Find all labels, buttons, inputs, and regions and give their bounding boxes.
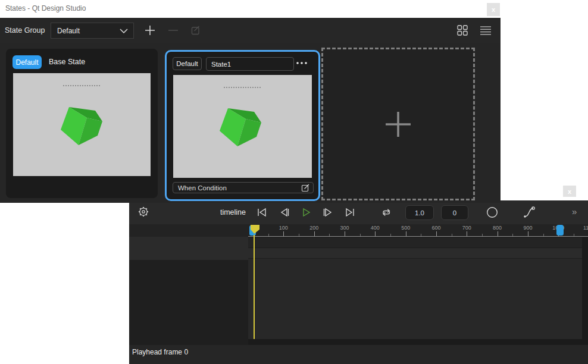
step-back-icon bbox=[278, 206, 291, 219]
scene-caption bbox=[224, 87, 262, 88]
add-state-slot[interactable] bbox=[321, 48, 475, 200]
when-condition-field[interactable]: When Condition bbox=[173, 182, 314, 193]
ruler-tick-label: 100 bbox=[279, 225, 288, 231]
thumbnail-view-button[interactable] bbox=[456, 24, 468, 36]
timeline-section-row[interactable] bbox=[129, 237, 248, 260]
ruler-tick bbox=[436, 231, 437, 236]
window-title: States - Qt Design Studio bbox=[5, 4, 86, 12]
grid-view-icon bbox=[456, 24, 468, 36]
track-row bbox=[248, 237, 582, 248]
edit-condition-icon[interactable] bbox=[301, 183, 310, 192]
ruler-tick-label: 400 bbox=[371, 225, 380, 231]
ruler-tick bbox=[268, 234, 269, 236]
state-group-dropdown-value: Default bbox=[57, 27, 120, 35]
timeline-end-marker[interactable] bbox=[556, 225, 564, 236]
ruler-tick bbox=[345, 231, 345, 236]
timeline-settings-button[interactable] bbox=[137, 205, 150, 218]
ruler-tick bbox=[329, 234, 330, 236]
easing-curve-icon bbox=[522, 205, 536, 219]
auto-key-record-button[interactable] bbox=[486, 206, 499, 219]
vertical-scrollbar[interactable] bbox=[582, 237, 588, 339]
ruler-tick bbox=[375, 231, 376, 236]
plus-icon bbox=[144, 24, 156, 36]
next-frame-button[interactable] bbox=[321, 206, 334, 219]
ruler-tick bbox=[283, 231, 284, 236]
list-view-button[interactable] bbox=[480, 24, 492, 36]
rename-state-group-button[interactable] bbox=[190, 24, 202, 36]
playhead-line[interactable] bbox=[254, 235, 255, 339]
base-state-name: Base State bbox=[49, 58, 85, 66]
loop-playback-button[interactable] bbox=[380, 206, 393, 219]
ruler-tick-label: 500 bbox=[401, 225, 410, 231]
ruler-tick bbox=[498, 231, 498, 236]
ruler-tick bbox=[528, 231, 528, 236]
ruler-left-header bbox=[129, 224, 248, 237]
current-keyframe-field[interactable]: 0 bbox=[441, 205, 468, 220]
ruler-tick bbox=[512, 234, 513, 236]
state1-preview bbox=[173, 75, 312, 178]
default-state-badge[interactable]: Default bbox=[12, 55, 42, 69]
more-options-icon bbox=[296, 61, 308, 65]
timeline-close-button[interactable]: x bbox=[563, 186, 576, 197]
timeline-toolbar: timeline bbox=[129, 200, 588, 224]
state-name-input[interactable] bbox=[206, 57, 294, 71]
timeline-panel: timeline bbox=[129, 200, 588, 364]
step-forward-icon bbox=[321, 206, 334, 219]
timeline-track-area[interactable] bbox=[248, 237, 582, 339]
ruler-tick-label: 200 bbox=[309, 225, 318, 231]
gear-icon bbox=[137, 205, 150, 218]
states-toolbar: State Group Default bbox=[0, 18, 501, 43]
state-options-button[interactable] bbox=[296, 61, 308, 65]
skip-to-start-icon bbox=[255, 206, 268, 219]
ruler-tick bbox=[574, 234, 574, 236]
ruler-tick bbox=[390, 234, 391, 236]
horizontal-scrollbar[interactable] bbox=[248, 339, 588, 345]
states-close-button[interactable]: x bbox=[487, 3, 500, 16]
ruler-tick-label: 800 bbox=[493, 225, 502, 231]
cube-3d-icon bbox=[220, 106, 262, 148]
ruler-tick bbox=[543, 234, 544, 236]
timeline-statusbar: Playhead frame 0 bbox=[129, 345, 588, 364]
timeline-ruler[interactable]: 10020030040050060070080090010001100 bbox=[248, 224, 588, 237]
state-group-dropdown[interactable]: Default bbox=[51, 23, 134, 39]
record-circle-icon bbox=[486, 206, 499, 219]
states-window: States - Qt Design Studio x State Group … bbox=[0, 0, 501, 203]
ruler-tick bbox=[360, 234, 361, 236]
skip-to-end-icon bbox=[343, 206, 356, 219]
states-titlebar: States - Qt Design Studio x bbox=[0, 0, 501, 18]
ruler-tick bbox=[452, 234, 452, 236]
ruler-baseline bbox=[248, 236, 588, 237]
state1-card[interactable]: Default When Condition bbox=[165, 50, 320, 201]
to-end-button[interactable] bbox=[343, 206, 356, 219]
menu-lines-icon bbox=[480, 24, 492, 36]
timeline-name-label: timeline bbox=[192, 208, 246, 216]
playback-speed-field[interactable]: 1.0 bbox=[405, 205, 434, 220]
ruler-tick-label: 300 bbox=[340, 225, 349, 231]
toolbar-overflow-button[interactable]: » bbox=[572, 206, 577, 216]
scene-caption bbox=[63, 85, 101, 86]
play-icon bbox=[299, 206, 312, 219]
to-start-button[interactable] bbox=[255, 206, 268, 219]
ruler-tick-label: 1100 bbox=[583, 225, 588, 231]
add-state-group-button[interactable] bbox=[144, 24, 156, 36]
base-state-preview bbox=[13, 73, 151, 176]
ruler-tick-label: 900 bbox=[523, 225, 532, 231]
easing-curve-editor-button[interactable] bbox=[522, 205, 536, 219]
base-state-card[interactable]: Default Base State bbox=[6, 49, 158, 198]
remove-state-group-button[interactable] bbox=[167, 24, 179, 36]
ruler-tick bbox=[314, 231, 315, 236]
timeline-window: x timeline bbox=[129, 180, 588, 364]
when-condition-label: When Condition bbox=[178, 184, 301, 192]
playhead-status-text: Playhead frame 0 bbox=[132, 348, 188, 356]
make-default-button[interactable]: Default bbox=[173, 57, 202, 70]
ruler-tick bbox=[421, 234, 421, 236]
ruler-tick bbox=[406, 231, 406, 236]
states-card-area: Default Base State Default bbox=[0, 43, 501, 203]
chevron-down-icon bbox=[120, 29, 128, 33]
previous-frame-button[interactable] bbox=[278, 206, 291, 219]
play-button[interactable] bbox=[299, 206, 312, 219]
ruler-tick-label: 700 bbox=[462, 225, 471, 231]
plus-icon bbox=[384, 111, 412, 138]
state-group-label: State Group bbox=[5, 26, 45, 34]
ruler-tick bbox=[482, 234, 483, 236]
